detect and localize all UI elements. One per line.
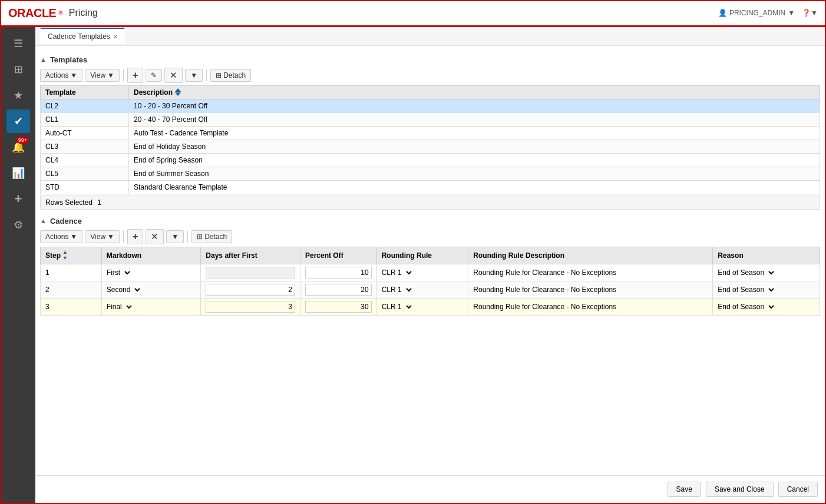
tab-close-button[interactable]: × bbox=[114, 33, 117, 40]
cadence-markdown-select-3[interactable]: ▼ bbox=[123, 302, 134, 311]
templates-section-header: ▲ Templates bbox=[40, 55, 820, 64]
cell-template: CL3 bbox=[41, 140, 129, 153]
cell-description: Auto Test - Cadence Template bbox=[129, 126, 820, 140]
col-step: Step ▲ ▼ bbox=[41, 247, 102, 264]
cadence-row-1: 1 First ▼ bbox=[41, 264, 820, 281]
cadence-markdown-select-1[interactable]: ▼ bbox=[121, 268, 132, 277]
cadence-detach-button[interactable]: ⊞ Detach bbox=[191, 230, 232, 243]
cadence-markdown-select-2[interactable]: ▼ bbox=[131, 285, 142, 294]
cadence-actions-arrow: ▼ bbox=[70, 233, 77, 241]
oracle-reg-symbol: ® bbox=[58, 10, 62, 16]
cell-template: CL1 bbox=[41, 112, 129, 126]
user-menu[interactable]: 👤 PRICING_ADMIN ▼ bbox=[718, 9, 795, 17]
cell-template: CL2 bbox=[41, 99, 129, 112]
cadence-rounding-desc-3: Rounding Rule for Clearance - No Excepti… bbox=[468, 298, 713, 315]
table-row[interactable]: CL1 20 - 40 - 70 Percent Off bbox=[41, 112, 820, 126]
cadence-percent-input-1[interactable] bbox=[305, 267, 372, 278]
oracle-wordmark: ORACLE bbox=[8, 6, 56, 20]
cell-description: Standard Clearance Template bbox=[129, 180, 820, 194]
cell-template: CL4 bbox=[41, 153, 129, 167]
cadence-rounding-3: CLR 1 ▼ bbox=[376, 298, 468, 315]
templates-collapse-arrow[interactable]: ▲ bbox=[40, 56, 47, 63]
cadence-markdown-value-1: First bbox=[107, 268, 120, 277]
templates-delete-button[interactable]: ✕ bbox=[164, 68, 183, 83]
cadence-reason-select-3[interactable]: ▼ bbox=[765, 302, 776, 311]
cadence-filter-button[interactable]: ▼ bbox=[166, 230, 184, 243]
cadence-collapse-arrow[interactable]: ▲ bbox=[40, 217, 47, 224]
header-right: 👤 PRICING_ADMIN ▼ ❓▼ bbox=[718, 9, 818, 17]
save-button[interactable]: Save bbox=[668, 482, 701, 497]
templates-table: Template Description bbox=[40, 85, 820, 194]
cadence-reason-select-2[interactable]: ▼ bbox=[765, 285, 776, 294]
cadence-reason-value-3: End of Season bbox=[718, 303, 764, 311]
cadence-add-button[interactable]: + bbox=[127, 229, 143, 244]
templates-add-icon: + bbox=[133, 70, 138, 81]
settings-icon[interactable]: ⚙ bbox=[6, 213, 30, 237]
cadence-days-input-1[interactable] bbox=[206, 267, 295, 278]
step-sort-down-icon[interactable]: ▼ bbox=[62, 256, 68, 261]
cadence-view-button[interactable]: View ▼ bbox=[85, 230, 120, 243]
cadence-days-input-2[interactable] bbox=[206, 284, 295, 296]
cadence-percent-input-3[interactable] bbox=[305, 301, 372, 313]
table-row[interactable]: CL3 End of Holiday Season bbox=[41, 140, 820, 153]
main-scroll-area[interactable]: ▲ Templates Actions ▼ View ▼ + bbox=[35, 46, 825, 475]
chart-icon[interactable]: 📊 bbox=[6, 161, 30, 185]
menu-icon[interactable]: ☰ bbox=[6, 32, 30, 55]
cadence-days-input-3[interactable] bbox=[206, 301, 295, 313]
cell-template: STD bbox=[41, 180, 129, 194]
cadence-step-1: 1 bbox=[41, 264, 102, 281]
cadence-detach-label: Detach bbox=[204, 233, 227, 241]
cell-description: End of Holiday Season bbox=[129, 140, 820, 153]
tasks-icon[interactable]: ✔ bbox=[6, 110, 30, 133]
bottom-action-bar: Save Save and Close Cancel bbox=[35, 475, 825, 503]
cadence-table-body: 1 First ▼ bbox=[41, 264, 820, 315]
templates-view-button[interactable]: View ▼ bbox=[85, 69, 120, 82]
cadence-templates-tab[interactable]: Cadence Templates × bbox=[40, 28, 125, 44]
cadence-add-icon: + bbox=[133, 231, 138, 242]
col-rounding-rule: Rounding Rule bbox=[376, 247, 468, 264]
cancel-button[interactable]: Cancel bbox=[778, 482, 818, 497]
cadence-percent-3 bbox=[300, 298, 376, 315]
templates-table-body: CL2 10 - 20 - 30 Percent Off CL1 20 - 40… bbox=[41, 99, 820, 194]
templates-view-label: View bbox=[90, 71, 105, 79]
cadence-delete-button[interactable]: ✕ bbox=[146, 229, 164, 244]
col-reason: Reason bbox=[713, 247, 820, 264]
table-row[interactable]: CL2 10 - 20 - 30 Percent Off bbox=[41, 99, 820, 112]
cell-template: Auto-CT bbox=[41, 126, 129, 140]
cadence-actions-label: Actions bbox=[45, 233, 68, 241]
bell-icon[interactable]: 🔔 99+ bbox=[6, 135, 30, 159]
templates-add-button[interactable]: + bbox=[127, 68, 143, 83]
templates-actions-button[interactable]: Actions ▼ bbox=[40, 69, 82, 82]
cadence-rounding-desc-1: Rounding Rule for Clearance - No Excepti… bbox=[468, 264, 713, 281]
templates-filter-button[interactable]: ▼ bbox=[185, 69, 203, 82]
table-row[interactable]: CL4 End of Spring Season bbox=[41, 153, 820, 167]
rows-selected-bar: Rows Selected 1 bbox=[40, 195, 820, 210]
cadence-rounding-select-1[interactable]: ▼ bbox=[403, 268, 414, 277]
cadence-view-arrow: ▼ bbox=[107, 233, 114, 241]
desc-sort-up-icon[interactable] bbox=[175, 88, 181, 92]
cadence-percent-input-2[interactable] bbox=[305, 284, 372, 296]
cadence-table: Step ▲ ▼ Markdown Days after First Perce… bbox=[40, 247, 820, 316]
cadence-rounding-select-2[interactable]: ▼ bbox=[403, 285, 414, 294]
desc-sort-down-icon[interactable] bbox=[175, 92, 181, 96]
cadence-percent-2 bbox=[300, 281, 376, 298]
templates-edit-button[interactable]: ✎ bbox=[146, 69, 162, 82]
star-icon[interactable]: ★ bbox=[6, 84, 30, 107]
table-row[interactable]: STD Standard Clearance Template bbox=[41, 180, 820, 194]
cadence-actions-button[interactable]: Actions ▼ bbox=[40, 230, 82, 243]
table-row[interactable]: CL5 End of Summer Season bbox=[41, 167, 820, 180]
notification-badge: 99+ bbox=[16, 137, 29, 144]
toolbar-divider-1 bbox=[123, 69, 124, 81]
cadence-step-3: 3 bbox=[41, 298, 102, 315]
cadence-reason-select-1[interactable]: ▼ bbox=[765, 268, 776, 277]
cadence-row-3: 3 Final ▼ bbox=[41, 298, 820, 315]
rows-selected-label: Rows Selected bbox=[45, 198, 92, 207]
save-close-button[interactable]: Save and Close bbox=[706, 482, 774, 497]
grid-icon[interactable]: ⊞ bbox=[6, 58, 30, 81]
templates-detach-button[interactable]: ⊞ Detach bbox=[210, 69, 251, 82]
cadence-rounding-select-3[interactable]: ▼ bbox=[403, 302, 414, 311]
cadence-days-2 bbox=[201, 281, 300, 298]
add-icon[interactable]: + bbox=[6, 187, 30, 211]
help-button[interactable]: ❓▼ bbox=[802, 9, 818, 17]
table-row[interactable]: Auto-CT Auto Test - Cadence Template bbox=[41, 126, 820, 140]
